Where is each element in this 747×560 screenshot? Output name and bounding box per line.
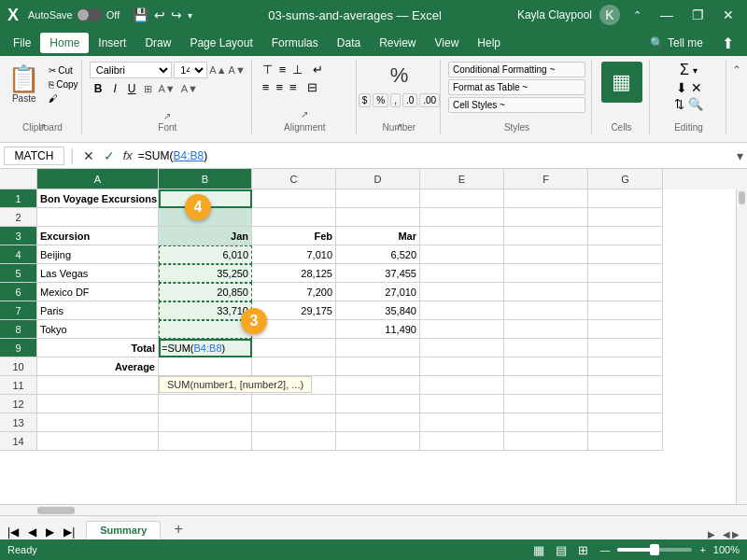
find-select-btn[interactable]: 🔍 — [688, 97, 703, 111]
sum-btn[interactable]: Σ — [680, 62, 689, 78]
cell-styles-btn[interactable]: Cell Styles ~ — [448, 97, 585, 113]
cell-b1[interactable] — [159, 189, 252, 208]
menu-view[interactable]: View — [426, 33, 469, 53]
page-break-btn[interactable]: ⊞ — [574, 542, 592, 558]
cell-e9[interactable] — [420, 339, 504, 357]
autosave-toggle[interactable] — [77, 8, 103, 21]
increase-decimal-btn[interactable]: .0 — [402, 93, 417, 107]
cell-g12[interactable] — [588, 395, 663, 413]
restore-btn[interactable]: ❐ — [686, 6, 710, 24]
align-left-btn[interactable]: ≡ — [260, 79, 273, 95]
row-11[interactable]: 11 — [0, 376, 37, 395]
cell-b6[interactable]: 20,850 — [159, 283, 252, 301]
cell-g8[interactable] — [588, 320, 663, 339]
cell-a6[interactable]: Mexico DF — [37, 283, 159, 301]
col-header-d[interactable]: D — [336, 169, 420, 189]
cell-g5[interactable] — [588, 264, 663, 283]
cell-b12[interactable] — [159, 395, 252, 413]
cell-c11[interactable] — [252, 376, 336, 395]
cell-a7[interactable]: Paris — [37, 301, 159, 320]
row-2[interactable]: 2 — [0, 208, 37, 227]
sheet-nav-last[interactable]: ▶| — [60, 525, 78, 539]
cell-a4[interactable]: Beijing — [37, 245, 159, 264]
cell-c3[interactable]: Feb — [252, 227, 336, 245]
cell-c6[interactable]: 7,200 — [252, 283, 336, 301]
number-format-btn[interactable]: % — [382, 62, 416, 90]
col-header-c[interactable]: C — [252, 169, 336, 189]
scrollbar-thumb-v[interactable] — [739, 191, 745, 204]
tab-scroll-icon[interactable]: ▶ — [708, 529, 715, 539]
copy-button[interactable]: ⎘ Copy — [46, 78, 80, 91]
cell-e14[interactable] — [420, 432, 504, 451]
sheet-nav-next[interactable]: ▶ — [42, 525, 58, 539]
cell-e8[interactable] — [420, 320, 504, 339]
font-name-select[interactable]: Calibri — [90, 62, 173, 78]
name-box[interactable]: MATCH — [4, 147, 64, 165]
underline-button[interactable]: U — [123, 80, 141, 97]
tab-left-icon[interactable]: ◀ — [723, 529, 730, 539]
cut-button[interactable]: ✂ Cut — [46, 64, 80, 77]
cell-e6[interactable] — [420, 283, 504, 301]
cell-e11[interactable] — [420, 376, 504, 395]
cell-a10[interactable]: Average — [37, 357, 159, 376]
cell-g1[interactable] — [588, 189, 663, 208]
row-14[interactable]: 14 — [0, 432, 37, 451]
cell-d4[interactable]: 6,520 — [336, 245, 420, 264]
redo-icon[interactable]: ↪ — [171, 7, 182, 22]
menu-draw[interactable]: Draw — [135, 33, 180, 53]
row-7[interactable]: 7 — [0, 301, 37, 320]
quick-access-more[interactable]: ▾ — [188, 10, 192, 21]
cell-e7[interactable] — [420, 301, 504, 320]
cell-g3[interactable] — [588, 227, 663, 245]
cell-f9[interactable] — [504, 339, 588, 357]
cell-g13[interactable] — [588, 413, 663, 432]
col-header-a[interactable]: A — [37, 169, 159, 189]
row-13[interactable]: 13 — [0, 413, 37, 432]
bold-button[interactable]: B — [90, 80, 107, 97]
sheet-nav-prev[interactable]: ◀ — [24, 525, 40, 539]
cell-f3[interactable] — [504, 227, 588, 245]
cell-c14[interactable] — [252, 432, 336, 451]
cell-f10[interactable] — [504, 357, 588, 376]
sum-dropdown[interactable]: ▾ — [693, 65, 698, 76]
wrap-text-btn[interactable]: ↵ — [310, 62, 326, 77]
font-expand-icon[interactable]: ↗ — [162, 110, 172, 122]
cell-d7[interactable]: 35,840 — [336, 301, 420, 320]
cell-g7[interactable] — [588, 301, 663, 320]
format-as-table-btn[interactable]: Format as Table ~ — [448, 79, 585, 95]
cell-f11[interactable] — [504, 376, 588, 395]
cell-g10[interactable] — [588, 357, 663, 376]
cell-d10[interactable] — [336, 357, 420, 376]
cell-c1[interactable] — [252, 189, 336, 208]
alignment-expand-icon[interactable]: ↗ — [300, 108, 309, 120]
align-bottom-btn[interactable]: ⊥ — [289, 62, 305, 77]
close-btn[interactable]: ✕ — [717, 6, 740, 24]
menu-home[interactable]: Home — [40, 33, 89, 53]
sheet-tab-summary[interactable]: Summary — [86, 521, 161, 539]
cell-e10[interactable] — [420, 357, 504, 376]
confirm-formula-btn[interactable]: ✓ — [101, 148, 118, 163]
align-center-btn[interactable]: ≡ — [273, 79, 286, 95]
cell-b3[interactable]: Jan — [159, 227, 252, 245]
row-4[interactable]: 4 — [0, 245, 37, 264]
cell-a2[interactable] — [37, 208, 159, 227]
cell-e13[interactable] — [420, 413, 504, 432]
add-sheet-button[interactable]: + — [166, 519, 190, 539]
currency-btn[interactable]: $ — [359, 93, 372, 107]
row-10[interactable]: 10 — [0, 357, 37, 376]
cell-f8[interactable] — [504, 320, 588, 339]
font-color-btn[interactable]: A▼ — [181, 83, 198, 94]
cell-f14[interactable] — [504, 432, 588, 451]
font-size-select[interactable]: 14 — [174, 62, 207, 78]
menu-page-layout[interactable]: Page Layout — [180, 33, 261, 53]
row-9[interactable]: 9 — [0, 339, 37, 357]
cell-e1[interactable] — [420, 189, 504, 208]
cell-c4[interactable]: 7,010 — [252, 245, 336, 264]
zoom-slider[interactable] — [617, 548, 692, 552]
undo-icon[interactable]: ↩ — [154, 7, 165, 22]
row-5[interactable]: 5 — [0, 264, 37, 283]
cell-g14[interactable] — [588, 432, 663, 451]
sheet-nav-first[interactable]: |◀ — [4, 525, 22, 539]
align-right-btn[interactable]: ≡ — [287, 79, 300, 95]
comma-btn[interactable]: , — [390, 93, 401, 107]
